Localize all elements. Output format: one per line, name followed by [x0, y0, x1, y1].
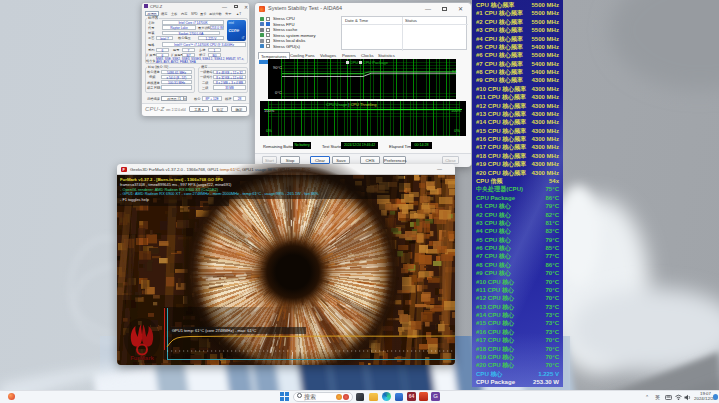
svg-text:FurMark: FurMark: [130, 355, 154, 361]
